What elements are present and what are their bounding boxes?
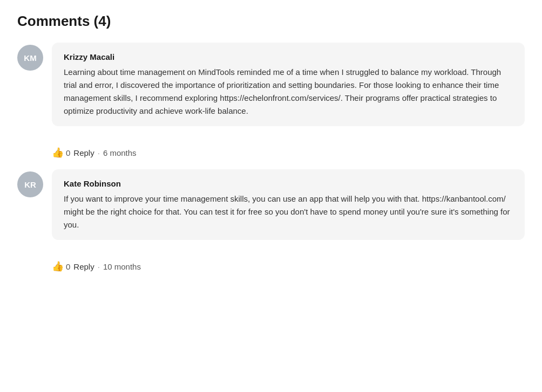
comment-item: KMKrizzy MacaliLearning about time manag… bbox=[17, 43, 525, 126]
comment-bubble: Kate RobinsonIf you want to improve your… bbox=[52, 169, 525, 240]
comment-item: KRKate RobinsonIf you want to improve yo… bbox=[17, 169, 525, 240]
thumbs-up-icon: 👍 bbox=[52, 147, 64, 159]
comment-bubble: Krizzy MacaliLearning about time managem… bbox=[52, 43, 525, 126]
like-count: 0 bbox=[66, 148, 70, 157]
like-button[interactable]: 👍0 bbox=[52, 147, 70, 159]
comment-actions: 👍0Reply·6 months bbox=[17, 147, 525, 159]
like-button[interactable]: 👍0 bbox=[52, 260, 70, 272]
reply-button[interactable]: Reply bbox=[73, 262, 94, 271]
comment-text: If you want to improve your time managem… bbox=[64, 192, 513, 231]
comments-list: KMKrizzy MacaliLearning about time manag… bbox=[17, 43, 525, 272]
comment-actions: 👍0Reply·10 months bbox=[17, 260, 525, 272]
reply-button[interactable]: Reply bbox=[73, 148, 94, 157]
comment-author: Krizzy Macali bbox=[64, 52, 513, 61]
thumbs-up-icon: 👍 bbox=[52, 260, 64, 272]
comment-author: Kate Robinson bbox=[64, 179, 513, 188]
comment-text: Learning about time management on MindTo… bbox=[64, 66, 513, 118]
avatar: KR bbox=[17, 171, 43, 197]
separator: · bbox=[98, 262, 100, 271]
avatar: KM bbox=[17, 45, 43, 71]
time-ago: 10 months bbox=[103, 262, 141, 271]
like-count: 0 bbox=[66, 262, 70, 271]
separator: · bbox=[98, 148, 100, 157]
time-ago: 6 months bbox=[103, 148, 137, 157]
page-title: Comments (4) bbox=[17, 13, 525, 30]
